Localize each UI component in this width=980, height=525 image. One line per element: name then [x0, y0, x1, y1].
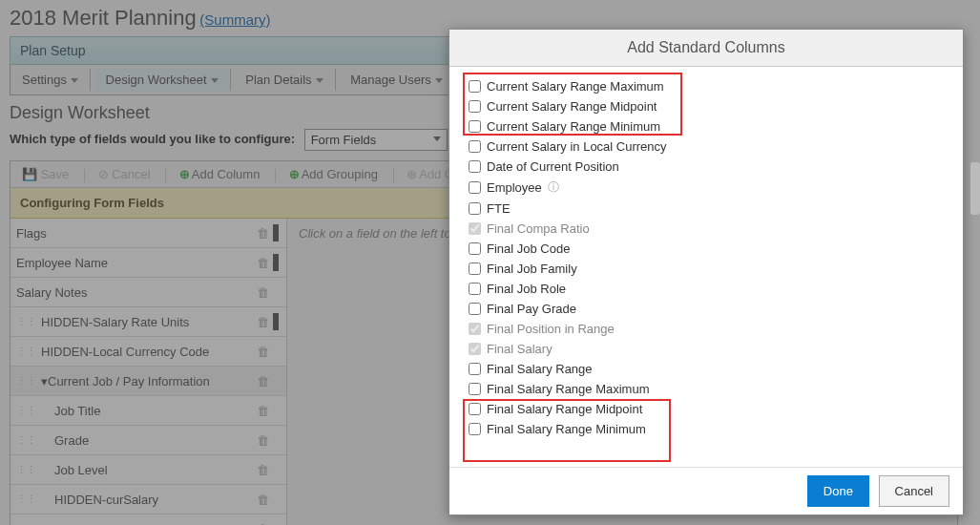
- column-label: Final Salary: [487, 342, 553, 356]
- column-label: FTE: [487, 201, 511, 216]
- dialog-footer: Done Cancel: [449, 467, 963, 514]
- column-checkbox[interactable]: [469, 403, 481, 415]
- column-checkbox[interactable]: [469, 283, 481, 295]
- help-icon[interactable]: ⓘ: [548, 179, 559, 196]
- done-button[interactable]: Done: [807, 475, 869, 507]
- column-checkbox[interactable]: [469, 363, 481, 375]
- page-scrollbar-thumb[interactable]: [970, 162, 980, 215]
- column-option[interactable]: Final Salary Range Maximum: [469, 379, 944, 399]
- column-checkbox: [469, 323, 481, 335]
- column-checkbox[interactable]: [469, 423, 481, 435]
- column-checkbox[interactable]: [469, 140, 481, 153]
- column-label: Current Salary in Local Currency: [487, 139, 667, 154]
- column-option[interactable]: Current Salary Range Midpoint: [469, 96, 944, 116]
- column-option[interactable]: Employee ⓘ: [469, 177, 944, 199]
- column-label: Final Salary Range: [487, 362, 593, 376]
- column-option[interactable]: Final Position in Range: [469, 319, 944, 339]
- dialog-title: Add Standard Columns: [449, 30, 963, 67]
- column-option[interactable]: Current Salary Range Maximum: [469, 76, 944, 96]
- column-checkbox[interactable]: [469, 262, 481, 275]
- column-checkbox[interactable]: [469, 181, 481, 194]
- column-option[interactable]: Current Salary Range Minimum: [469, 116, 944, 136]
- column-option[interactable]: Current Salary in Local Currency: [469, 136, 944, 157]
- column-label: Final Compa Ratio: [487, 221, 590, 236]
- column-checkbox[interactable]: [469, 303, 481, 315]
- column-option[interactable]: Final Salary: [469, 339, 944, 359]
- column-option[interactable]: Final Job Code: [469, 239, 944, 259]
- column-option[interactable]: Final Salary Range Midpoint: [469, 399, 944, 419]
- column-option[interactable]: Final Job Family: [469, 259, 944, 279]
- column-label: Employee: [487, 180, 542, 195]
- cancel-dialog-button[interactable]: Cancel: [879, 475, 949, 507]
- column-label: Final Salary Range Midpoint: [487, 402, 642, 416]
- column-label: Final Salary Range Minimum: [487, 422, 646, 436]
- column-option[interactable]: Final Compa Ratio: [469, 219, 944, 239]
- column-option[interactable]: Final Pay Grade: [469, 299, 944, 319]
- column-checkbox[interactable]: [469, 242, 481, 255]
- column-label: Current Salary Range Midpoint: [487, 99, 657, 114]
- column-label: Final Salary Range Maximum: [487, 382, 650, 396]
- columns-list: Current Salary Range MaximumCurrent Sala…: [469, 76, 944, 439]
- column-checkbox[interactable]: [469, 383, 481, 395]
- column-label: Final Pay Grade: [487, 302, 576, 316]
- column-option[interactable]: FTE: [469, 199, 944, 219]
- column-label: Current Salary Range Minimum: [487, 119, 660, 134]
- column-checkbox[interactable]: [469, 120, 481, 133]
- column-checkbox: [469, 222, 481, 235]
- column-option[interactable]: Date of Current Position: [469, 157, 944, 177]
- column-label: Date of Current Position: [487, 159, 619, 174]
- column-label: Final Job Code: [487, 242, 570, 256]
- column-option[interactable]: Final Salary Range Minimum: [469, 419, 944, 439]
- column-option[interactable]: Final Job Role: [469, 279, 944, 299]
- column-checkbox: [469, 343, 481, 355]
- column-label: Current Salary Range Maximum: [487, 79, 664, 94]
- column-option[interactable]: Final Salary Range: [469, 359, 944, 379]
- add-standard-columns-dialog: Add Standard Columns Current Salary Rang…: [448, 29, 964, 515]
- column-checkbox[interactable]: [469, 100, 481, 113]
- column-label: Final Position in Range: [487, 322, 615, 336]
- column-checkbox[interactable]: [469, 80, 481, 93]
- column-label: Final Job Family: [487, 262, 577, 276]
- column-label: Final Job Role: [487, 282, 566, 296]
- column-checkbox[interactable]: [469, 160, 481, 173]
- column-checkbox[interactable]: [469, 202, 481, 215]
